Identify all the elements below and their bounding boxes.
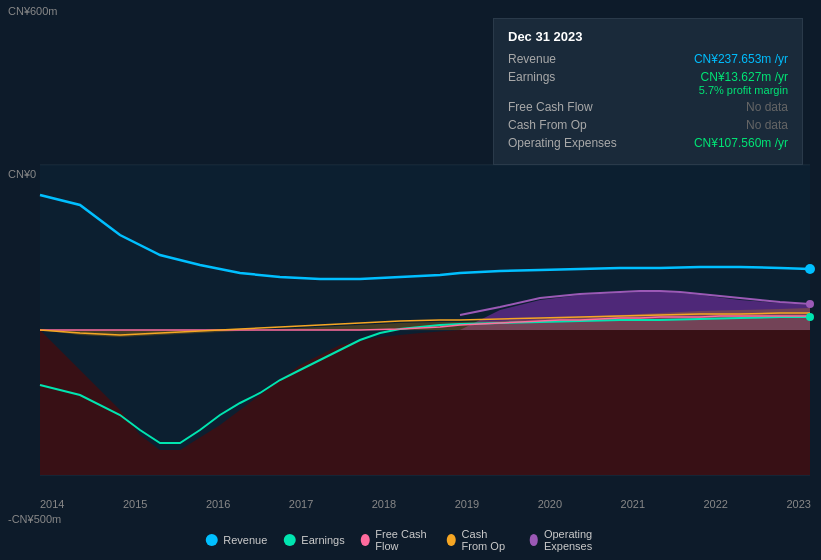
tooltip-earnings-row: Earnings CN¥13.627m /yr 5.7% profit marg… <box>508 70 788 96</box>
legend-dot-opex <box>529 534 538 546</box>
x-label-2021: 2021 <box>621 498 645 510</box>
tooltip-card: Dec 31 2023 Revenue CN¥237.653m /yr Earn… <box>493 18 803 165</box>
opex-label: Operating Expenses <box>508 136 618 150</box>
y-label-top: CN¥600m <box>8 5 58 17</box>
svg-point-6 <box>806 300 814 308</box>
fcf-label: Free Cash Flow <box>508 100 618 114</box>
tooltip-revenue-row: Revenue CN¥237.653m /yr <box>508 52 788 66</box>
legend-item-cashop[interactable]: Cash From Op <box>447 528 513 552</box>
cashop-value: No data <box>746 118 788 132</box>
tooltip-opex-row: Operating Expenses CN¥107.560m /yr <box>508 136 788 150</box>
svg-point-5 <box>806 313 814 321</box>
earnings-value: CN¥13.627m /yr <box>699 70 788 84</box>
y-label-bot: -CN¥500m <box>8 513 61 525</box>
x-label-2015: 2015 <box>123 498 147 510</box>
x-label-2022: 2022 <box>704 498 728 510</box>
x-label-2016: 2016 <box>206 498 230 510</box>
profit-margin: 5.7% profit margin <box>699 84 788 96</box>
x-label-2018: 2018 <box>372 498 396 510</box>
legend-label-earnings: Earnings <box>301 534 344 546</box>
earnings-label: Earnings <box>508 70 618 84</box>
legend-label-fcf: Free Cash Flow <box>375 528 431 552</box>
x-label-2019: 2019 <box>455 498 479 510</box>
legend-label-revenue: Revenue <box>223 534 267 546</box>
svg-point-4 <box>805 264 815 274</box>
chart-svg <box>0 155 821 510</box>
tooltip-date: Dec 31 2023 <box>508 29 788 44</box>
legend-item-fcf[interactable]: Free Cash Flow <box>361 528 431 552</box>
fcf-value: No data <box>746 100 788 114</box>
opex-value: CN¥107.560m /yr <box>694 136 788 150</box>
tooltip-cashop-row: Cash From Op No data <box>508 118 788 132</box>
legend-dot-revenue <box>205 534 217 546</box>
legend-dot-cashop <box>447 534 456 546</box>
legend-dot-earnings <box>283 534 295 546</box>
x-label-2020: 2020 <box>538 498 562 510</box>
legend-dot-fcf <box>361 534 370 546</box>
x-label-2023: 2023 <box>786 498 810 510</box>
x-label-2014: 2014 <box>40 498 64 510</box>
chart-legend: Revenue Earnings Free Cash Flow Cash Fro… <box>205 528 616 552</box>
cashop-label: Cash From Op <box>508 118 618 132</box>
tooltip-fcf-row: Free Cash Flow No data <box>508 100 788 114</box>
legend-item-opex[interactable]: Operating Expenses <box>529 528 615 552</box>
revenue-value: CN¥237.653m /yr <box>694 52 788 66</box>
revenue-label: Revenue <box>508 52 618 66</box>
legend-item-earnings[interactable]: Earnings <box>283 534 344 546</box>
x-label-2017: 2017 <box>289 498 313 510</box>
legend-label-cashop: Cash From Op <box>462 528 514 552</box>
legend-label-opex: Operating Expenses <box>544 528 616 552</box>
legend-item-revenue[interactable]: Revenue <box>205 534 267 546</box>
chart-area <box>0 155 821 510</box>
